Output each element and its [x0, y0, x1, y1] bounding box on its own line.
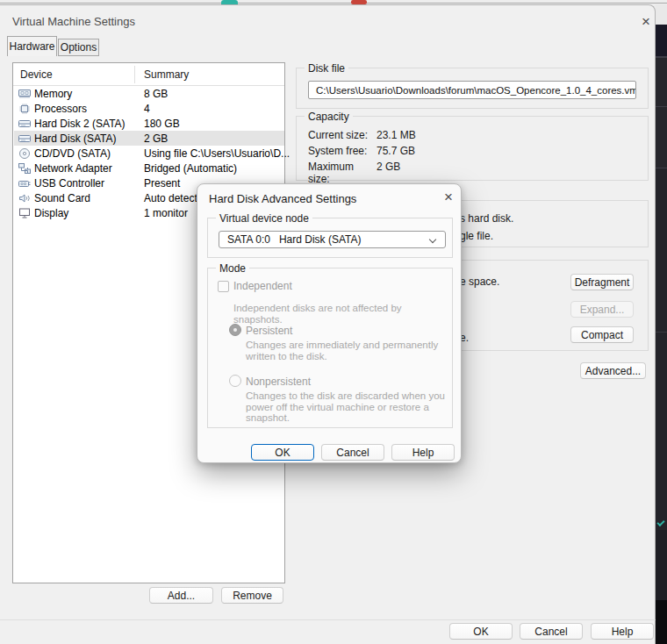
persistent-label: Persistent — [246, 325, 292, 337]
disk-info-text-fragment: s hard disk. — [460, 212, 513, 225]
device-summary: Using file C:\Users\Usuario\D... — [144, 147, 290, 160]
advanced-button[interactable]: Advanced... — [580, 362, 646, 379]
capacity-value: 23.1 MB — [377, 129, 416, 141]
dialog-title: Virtual Machine Settings — [12, 15, 135, 28]
strip-dark-segment — [656, 168, 667, 332]
defragment-button[interactable]: Defragment — [570, 274, 634, 290]
device-summary: Present — [144, 177, 180, 190]
disk-info-text-fragment: gle file. — [460, 230, 493, 242]
device-name: CD/DVD (SATA) — [34, 147, 111, 160]
persistent-description: Changes are immediately and permanently … — [246, 340, 452, 361]
mode-group: Mode Independent Independent disks are n… — [207, 268, 453, 428]
device-row-hard-disk[interactable]: Hard Disk (SATA) 2 GB — [14, 131, 284, 146]
modal-cancel-button[interactable]: Cancel — [321, 444, 384, 461]
device-row-memory[interactable]: Memory 8 GB — [14, 86, 284, 101]
column-header-summary: Summary — [144, 68, 189, 81]
capacity-label: Maximum size: — [308, 161, 377, 185]
column-divider — [134, 66, 135, 83]
hard-disk-icon — [18, 132, 32, 146]
network-adapter-icon — [18, 161, 32, 175]
capacity-current-size: Current size: 23.1 MB — [308, 129, 416, 141]
add-button[interactable]: Add... — [149, 587, 213, 604]
strip-dark-segment — [656, 530, 667, 600]
chevron-down-icon — [429, 236, 436, 243]
ok-button[interactable]: OK — [449, 623, 513, 640]
device-node-dropdown[interactable]: SATA 0:0 Hard Disk (SATA) — [219, 231, 446, 248]
hard-disk-advanced-settings-dialog: Hard Disk Advanced Settings × Virtual de… — [197, 183, 462, 463]
remove-button[interactable]: Remove — [221, 587, 283, 604]
independent-description: Independent disks are not affected by sn… — [233, 303, 449, 325]
device-summary: 4 — [144, 103, 150, 115]
capacity-system-free: System free: 75.7 GB — [308, 145, 415, 157]
device-summary: 180 GB — [144, 118, 180, 130]
compact-button[interactable]: Compact — [570, 326, 634, 343]
strip-dark-segment — [656, 107, 667, 168]
device-name: Display — [34, 207, 68, 219]
disk-file-path-field[interactable]: C:\Users\Usuario\Downloads\forum\macOS_O… — [308, 81, 636, 99]
device-name: Memory — [34, 88, 72, 100]
nonpersistent-label: Nonpersistent — [246, 376, 311, 388]
capacity-group: Capacity Current size: 23.1 MB System fr… — [296, 116, 649, 181]
mode-group-label: Mode — [216, 262, 249, 275]
capacity-value: 75.7 GB — [377, 145, 415, 157]
independent-label: Independent — [233, 280, 292, 292]
device-name: Sound Card — [34, 192, 90, 204]
cancel-button[interactable]: Cancel — [520, 623, 583, 640]
usb-icon — [18, 176, 32, 190]
modal-ok-button[interactable]: OK — [251, 444, 314, 461]
nonpersistent-radio — [229, 375, 241, 387]
disk-file-group: Disk file C:\Users\Usuario\Downloads\for… — [296, 68, 649, 109]
tab-hardware[interactable]: Hardware — [7, 36, 57, 56]
device-row-network-adapter[interactable]: Network Adapter Bridged (Automatic) — [14, 161, 284, 175]
virtual-device-node-group: Virtual device node SATA 0:0 Hard Disk (… — [207, 218, 453, 258]
disk-file-group-label: Disk file — [305, 62, 348, 75]
strip-dark-segment — [656, 25, 667, 56]
device-summary: 8 GB — [144, 88, 168, 100]
device-name: Network Adapter — [34, 162, 112, 175]
bottom-divider — [0, 619, 656, 620]
sound-icon — [18, 191, 32, 205]
modal-title: Hard Disk Advanced Settings — [209, 192, 356, 205]
processor-icon — [18, 102, 32, 116]
expand-button: Expand... — [570, 301, 634, 318]
strip-dark-segment — [656, 58, 667, 106]
device-row-processors[interactable]: Processors 4 — [14, 101, 284, 116]
capacity-group-label: Capacity — [305, 111, 353, 123]
strip-teal-check-icon — [656, 519, 664, 526]
disk-space-text-fragment: e space. — [460, 275, 499, 288]
device-name: USB Controller — [34, 177, 104, 190]
device-summary: 2 GB — [144, 132, 168, 145]
nonpersistent-description: Changes to the disk are discarded when y… — [246, 390, 452, 424]
strip-light-segment — [656, 4, 667, 25]
tab-options[interactable]: Options — [58, 39, 99, 56]
capacity-value: 2 GB — [377, 161, 400, 185]
persistent-radio — [229, 324, 241, 336]
device-summary: 1 monitor — [144, 207, 188, 219]
capacity-label: System free: — [308, 145, 377, 157]
modal-help-button[interactable]: Help — [391, 444, 455, 461]
column-header-device: Device — [20, 68, 53, 81]
independent-checkbox — [218, 281, 229, 292]
device-summary: Auto detect — [144, 192, 197, 204]
device-row-cd-dvd[interactable]: CD/DVD (SATA) Using file C:\Users\Usuari… — [14, 146, 284, 161]
device-name: Processors — [34, 103, 87, 115]
memory-icon — [18, 87, 32, 101]
background-app-strip — [656, 4, 667, 644]
display-icon — [18, 206, 32, 220]
device-node-value: SATA 0:0 Hard Disk (SATA) — [227, 233, 361, 246]
device-list-header: Device Summary — [13, 63, 284, 86]
capacity-maximum-size: Maximum size: 2 GB — [308, 161, 400, 185]
device-name: Hard Disk (SATA) — [34, 132, 117, 145]
cd-dvd-icon — [18, 147, 32, 161]
device-name: Hard Disk 2 (SATA) — [34, 118, 126, 130]
modal-close-icon[interactable]: × — [444, 190, 453, 204]
hard-disk-icon — [18, 117, 32, 131]
close-icon[interactable]: × — [642, 14, 650, 29]
capacity-label: Current size: — [308, 129, 377, 141]
virtual-device-node-label: Virtual device node — [216, 212, 312, 225]
backdrop-window-border — [0, 3, 667, 4]
strip-line — [656, 332, 667, 333]
device-row-hard-disk-2[interactable]: Hard Disk 2 (SATA) 180 GB — [14, 116, 284, 131]
device-summary: Bridged (Automatic) — [144, 162, 237, 175]
help-button[interactable]: Help — [591, 623, 654, 640]
